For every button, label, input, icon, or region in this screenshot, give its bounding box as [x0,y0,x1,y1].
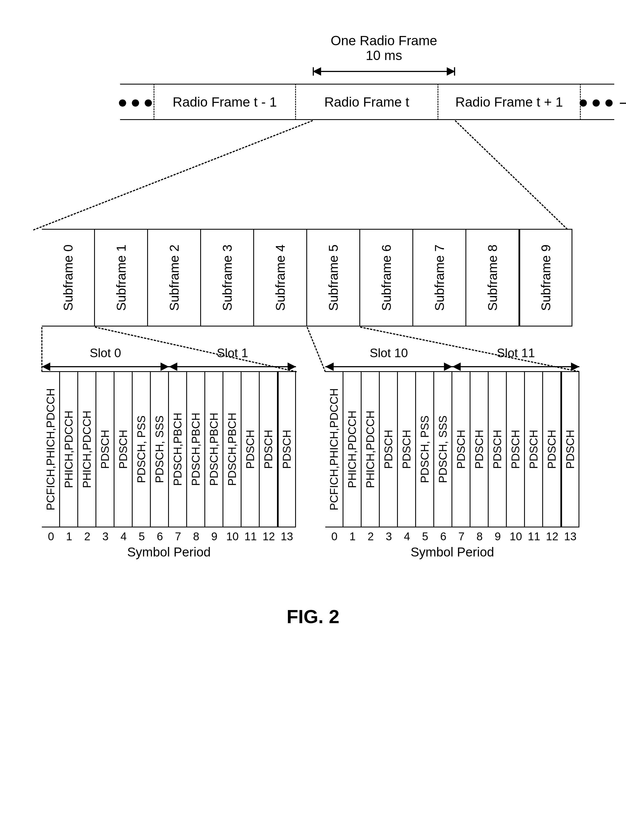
symbol-index: 10 [507,530,525,543]
symbol-cell: PDSCH [471,371,488,528]
symbol-cell: PDSCH,PBCH [205,371,223,528]
symbol-cell: PDSCH, SSS [151,371,169,528]
symbol-index: 5 [133,530,151,543]
symbol-index: 8 [471,530,488,543]
ellipsis-icon: ●●● [581,84,614,120]
symbol-index: 2 [78,530,96,543]
symbol-axis-label: Symbol Period [42,545,296,559]
subframe-cell: Subframe 9 [520,229,573,326]
symbol-index: 6 [434,530,452,543]
subframe-cell: Subframe 8 [466,229,520,326]
radio-frame-prev: Radio Frame t - 1 [153,84,296,120]
symbol-cell: PDSCH,PBCH [187,371,205,528]
symbol-index: 0 [42,530,60,543]
symbol-cell: PHICH,PDCCH [362,371,380,528]
symbol-index: 7 [169,530,187,543]
symbol-cell: PDSCH [452,371,471,528]
symbol-cell: PDSCH [543,371,561,528]
subframe-cell: Subframe 5 [307,229,360,326]
symbol-cell: PHICH,PDCCH [60,371,78,528]
guide-line [455,120,568,230]
subframe-cell: Subframe 7 [413,229,466,326]
subframe-cell: Subframe 3 [201,229,254,326]
symbol-cell: PHICH,PDCCH [78,371,96,528]
symbol-index: 5 [416,530,434,543]
symbol-index: 1 [60,530,78,543]
symbol-index: 9 [488,530,507,543]
symbol-cell: PDSCH [260,371,278,528]
symbol-index: 13 [278,530,296,543]
symbol-index: 8 [187,530,205,543]
subframe-cell: Subframe 2 [148,229,201,326]
subframe-row: Subframe 0 Subframe 1 Subframe 2 Subfram… [42,229,573,326]
symbol-index: 3 [380,530,398,543]
figure-canvas: One Radio Frame 10 ms ●●● Radio Frame t … [0,0,626,840]
symbol-index-row: 0 1 2 3 4 5 6 7 8 9 10 11 12 13 [325,530,579,543]
symbol-cell: PDSCH [561,371,579,528]
symbol-cell: PDSCH [278,371,296,528]
symbol-cell: PHICH,PDCCH [343,371,362,528]
symbol-axis-label: Symbol Period [325,545,579,559]
slot-label: Slot 1 [217,346,248,360]
subframe-cell: Subframe 1 [95,229,148,326]
symbol-index: 2 [362,530,380,543]
guide-line [307,327,326,372]
radio-frame-timeline: One Radio Frame 10 ms ●●● Radio Frame t … [120,84,614,120]
symbol-cell: PDSCH,PBCH [223,371,241,528]
symbol-index: 13 [561,530,579,543]
symbol-index: 4 [114,530,133,543]
symbol-cell: PDSCH [96,371,114,528]
subframe-cell: Subframe 0 [42,229,95,326]
guide-line [33,120,313,231]
symbol-cell: PDSCH [398,371,416,528]
subframe-cell: Subframe 6 [360,229,413,326]
subframe-cell: Subframe 4 [254,229,307,326]
radio-frame-current: Radio Frame t [296,84,438,120]
symbol-index: 7 [452,530,471,543]
symbol-row: PCFICH,PHICH,PDCCH PHICH,PDCCH PHICH,PDC… [325,371,579,528]
symbol-cell: PDSCH [241,371,260,528]
detail-subframe5: Slot 10 Slot 11 PCFICH,PHICH,PDCCH PHICH… [325,371,579,559]
symbol-cell: PDSCH [525,371,543,528]
symbol-index: 11 [525,530,543,543]
symbol-cell: PDSCH, PSS [416,371,434,528]
symbol-cell: PCFICH,PHICH,PDCCH [42,371,60,528]
symbol-cell: PDSCH, PSS [133,371,151,528]
symbol-row: PCFICH,PHICH,PDCCH PHICH,PDCCH PHICH,PDC… [42,371,296,528]
span-label-line1: One Radio Frame [313,33,455,48]
radio-frame-next: Radio Frame t + 1 [438,84,581,120]
symbol-index: 4 [398,530,416,543]
time-arrow-icon [620,99,626,108]
symbol-cell: PDSCH,PBCH [169,371,187,528]
symbol-index: 0 [325,530,343,543]
symbol-index: 9 [205,530,223,543]
symbol-cell: PDSCH [507,371,525,528]
symbol-cell: PDSCH [114,371,133,528]
span-label-line2: 10 ms [313,48,455,63]
figure-caption: FIG. 2 [0,606,626,627]
symbol-index: 11 [241,530,260,543]
symbol-index: 10 [223,530,241,543]
symbol-cell: PDSCH, SSS [434,371,452,528]
symbol-index: 12 [260,530,278,543]
symbol-index-row: 0 1 2 3 4 5 6 7 8 9 10 11 12 13 [42,530,296,543]
symbol-cell: PDSCH [380,371,398,528]
detail-subframe0: Slot 0 Slot 1 PCFICH,PHICH,PDCCH PHICH,P… [42,371,296,559]
slot-label: Slot 0 [90,346,121,360]
symbol-cell: PCFICH,PHICH,PDCCH [325,371,343,528]
slot-label: Slot 10 [370,346,408,360]
symbol-cell: PDSCH [488,371,507,528]
symbol-index: 12 [543,530,561,543]
symbol-index: 1 [343,530,362,543]
ellipsis-icon: ●●● [120,84,153,120]
symbol-index: 6 [151,530,169,543]
slot-label: Slot 11 [497,346,535,360]
symbol-index: 3 [96,530,114,543]
